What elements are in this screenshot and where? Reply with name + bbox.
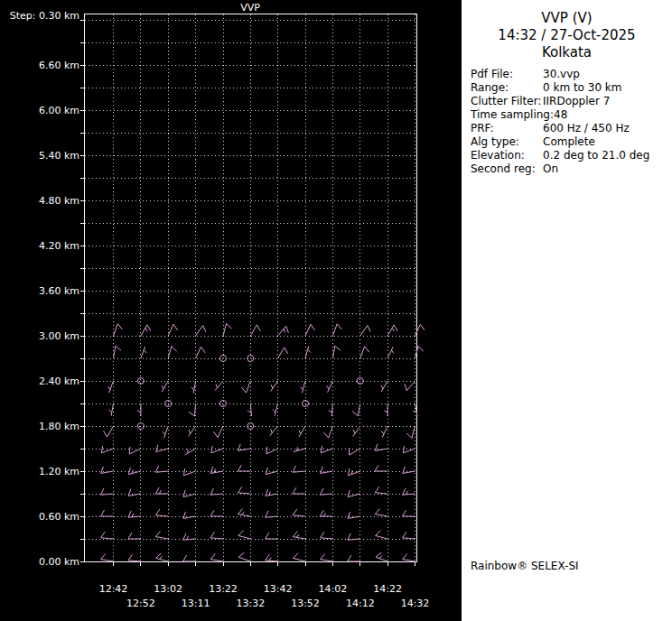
wind-barb bbox=[168, 347, 176, 359]
wind-barb bbox=[321, 467, 333, 474]
field-clutter-filter: Clutter Filter: IIRDoppler 7 bbox=[471, 95, 672, 108]
step-label: Step: 0.30 km bbox=[10, 10, 79, 22]
wind-barb bbox=[238, 465, 250, 471]
y-axis-label: 6.60 km bbox=[39, 60, 79, 71]
wind-barb bbox=[183, 468, 195, 476]
wind-barb bbox=[211, 446, 223, 453]
wind-barb bbox=[321, 554, 333, 562]
wind-barb bbox=[155, 532, 168, 540]
wind-barb bbox=[196, 326, 206, 337]
field-value: IIRDoppler 7 bbox=[543, 95, 610, 108]
wind-barb bbox=[305, 324, 315, 336]
wind-barb bbox=[101, 554, 114, 562]
y-axis-label: 3.60 km bbox=[39, 285, 79, 297]
wind-barb bbox=[241, 381, 250, 393]
wind-barb bbox=[406, 426, 415, 439]
wind-barb bbox=[129, 447, 141, 454]
field-value: 600 Hz / 450 Hz bbox=[543, 122, 630, 135]
field-label: PRF: bbox=[471, 122, 543, 135]
field-label: Time sampling: bbox=[471, 108, 554, 122]
wind-barb bbox=[183, 512, 196, 519]
wind-barb bbox=[403, 510, 415, 516]
wind-barb bbox=[293, 487, 305, 494]
wind-barb bbox=[376, 552, 387, 561]
wind-barb bbox=[350, 448, 360, 455]
wind-barb bbox=[332, 324, 341, 336]
wind-barb bbox=[137, 403, 141, 416]
field-value: Complete bbox=[543, 135, 595, 149]
info-panel: VVP (V) 14:32 / 27-Oct-2025 Kolkata Pdf … bbox=[462, 0, 672, 621]
wind-barb bbox=[320, 510, 332, 516]
y-axis-label: 2.40 km bbox=[39, 375, 79, 387]
wind-profile-chart: VVPStep: 0.30 km6.60 km6.00 km5.40 km4.8… bbox=[0, 0, 462, 621]
vvp-window: VVPStep: 0.30 km6.60 km6.00 km5.40 km4.8… bbox=[0, 0, 672, 621]
wind-barb bbox=[223, 324, 231, 337]
wind-barb bbox=[101, 467, 114, 474]
wind-barb bbox=[141, 325, 151, 336]
field-prf: PRF: 600 Hz / 450 Hz bbox=[471, 122, 672, 135]
wind-barb bbox=[141, 347, 146, 358]
wind-barb bbox=[101, 532, 114, 539]
wind-barb bbox=[403, 532, 415, 539]
wind-barb bbox=[247, 403, 251, 416]
field-value: On bbox=[543, 162, 558, 176]
x-axis-label: 13:02 bbox=[154, 583, 182, 595]
wind-barb bbox=[156, 445, 169, 452]
field-label: Alg type: bbox=[471, 135, 543, 149]
wind-barb bbox=[210, 554, 223, 562]
x-axis-label: 13:32 bbox=[236, 598, 265, 609]
x-axis-label: 12:42 bbox=[99, 583, 128, 595]
y-axis-label: 3.00 km bbox=[39, 330, 79, 342]
wind-barb bbox=[156, 553, 169, 561]
wind-barb bbox=[215, 381, 223, 391]
wind-barb bbox=[189, 403, 196, 416]
wind-barb bbox=[293, 532, 305, 540]
field-label: Elevation: bbox=[471, 149, 543, 162]
wind-barb bbox=[360, 326, 370, 337]
panel-site: Kolkata bbox=[462, 44, 672, 61]
y-axis-label: 6.00 km bbox=[39, 105, 79, 116]
wind-barb bbox=[348, 512, 360, 519]
x-axis-label: 14:32 bbox=[401, 598, 430, 609]
x-axis-label: 13:11 bbox=[182, 598, 210, 609]
wind-barb bbox=[299, 426, 305, 437]
wind-barb bbox=[278, 348, 288, 358]
wind-barb bbox=[293, 509, 305, 516]
wind-barb bbox=[250, 325, 260, 336]
wind-barb bbox=[360, 347, 369, 358]
y-axis-label: 5.40 km bbox=[39, 150, 79, 162]
wind-barb bbox=[266, 533, 278, 539]
wind-barb bbox=[189, 426, 196, 437]
y-axis-label: 1.20 km bbox=[39, 466, 79, 477]
field-value: 0.2 deg to 21.0 deg bbox=[543, 149, 649, 162]
wind-barb bbox=[353, 426, 360, 437]
wind-barb bbox=[352, 403, 360, 416]
wind-barb bbox=[238, 531, 251, 539]
wind-barb bbox=[108, 403, 113, 416]
wind-barb bbox=[196, 347, 206, 358]
wind-barb bbox=[271, 381, 278, 392]
wind-barb bbox=[128, 533, 141, 539]
field-elevation: Elevation: 0.2 deg to 21.0 deg bbox=[471, 149, 672, 162]
wind-barb bbox=[183, 555, 196, 561]
panel-datetime: 14:32 / 27-Oct-2025 bbox=[462, 27, 672, 44]
wind-barb bbox=[387, 347, 394, 358]
panel-title: VVP (V) bbox=[462, 10, 672, 27]
wind-barb bbox=[381, 426, 387, 438]
field-range: Range: 0 km to 30 km bbox=[471, 81, 672, 95]
field-pdf-file: Pdf File: 30.vvp bbox=[471, 68, 672, 81]
field-time-sampling: Time sampling: 48 bbox=[471, 108, 672, 122]
wind-barb bbox=[305, 347, 311, 359]
field-second-reg: Second reg: On bbox=[471, 162, 672, 176]
wind-barb bbox=[155, 487, 168, 494]
wind-barb bbox=[321, 488, 333, 495]
info-fields: Pdf File: 30.vvp Range: 0 km to 30 km Cl… bbox=[471, 68, 672, 176]
wind-barb bbox=[375, 465, 387, 471]
field-label: Second reg: bbox=[471, 162, 543, 176]
field-label: Pdf File: bbox=[471, 68, 543, 81]
calm-wind-circle bbox=[220, 401, 227, 407]
wind-barb bbox=[321, 532, 333, 539]
wind-barb bbox=[114, 346, 122, 358]
plot-frame bbox=[85, 14, 417, 562]
x-axis-label: 12:52 bbox=[126, 598, 155, 609]
